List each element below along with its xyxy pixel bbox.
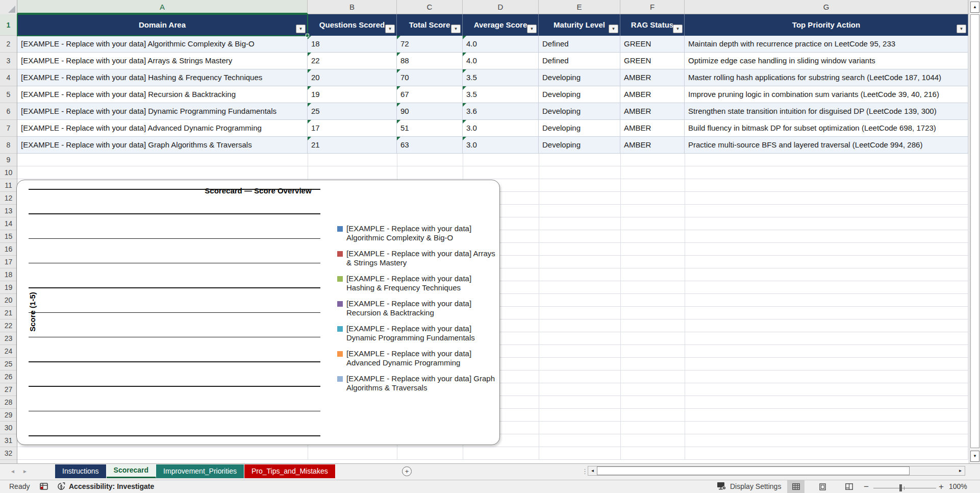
table-cell-total[interactable]: 51: [397, 120, 463, 137]
vertical-scrollbar-thumb[interactable]: [970, 14, 979, 448]
zoom-level-label[interactable]: 100%: [949, 482, 967, 490]
table-cell-average[interactable]: 3.6: [463, 103, 539, 120]
row-header-1[interactable]: 1: [0, 14, 17, 36]
table-cell-rag[interactable]: AMBER: [620, 103, 685, 120]
row-header-19[interactable]: 19: [0, 281, 17, 294]
row-header-18[interactable]: 18: [0, 268, 17, 281]
table-cell-action[interactable]: Strengthen state transition intuition fo…: [685, 103, 968, 120]
row-header-27[interactable]: 27: [0, 383, 17, 396]
table-cell-total[interactable]: 67: [397, 86, 463, 103]
chart-scorecard-overview[interactable]: Scorecard — Score Overview Score (1-5) […: [16, 180, 500, 445]
table-cell-average[interactable]: 3.5: [463, 86, 539, 103]
display-settings-button[interactable]: Display Settings: [717, 482, 781, 490]
table-header-maturity[interactable]: Maturity Level▼: [539, 14, 620, 36]
table-cell-action[interactable]: Build fluency in bitmask DP for subset o…: [685, 120, 968, 137]
table-cell-maturity[interactable]: Developing: [539, 137, 620, 154]
column-header-A[interactable]: A: [17, 0, 308, 14]
row-header-3[interactable]: 3: [0, 53, 17, 69]
accessibility-status[interactable]: Accessibility: Investigate: [57, 482, 154, 490]
table-cell-total[interactable]: 72: [397, 36, 463, 53]
table-cell-average[interactable]: 3.5: [463, 69, 539, 86]
sheet-next-icon[interactable]: ►: [22, 469, 28, 474]
table-cell-rag[interactable]: GREEN: [620, 36, 685, 53]
row-header-2[interactable]: 2: [0, 36, 17, 53]
sheet-tab-scorecard[interactable]: Scorecard: [107, 464, 156, 478]
column-header-G[interactable]: G: [685, 0, 968, 14]
table-cell-domain[interactable]: [EXAMPLE - Replace with your data] Hashi…: [17, 69, 308, 86]
table-cell-maturity[interactable]: Defined: [539, 36, 620, 53]
row-header-9[interactable]: 9: [0, 154, 17, 166]
table-cell-rag[interactable]: AMBER: [620, 86, 685, 103]
row-header-14[interactable]: 14: [0, 217, 17, 230]
table-cell-domain[interactable]: [EXAMPLE - Replace with your data] Graph…: [17, 137, 308, 154]
table-cell-action[interactable]: Optimize edge case handling in sliding w…: [685, 53, 968, 69]
table-cell-questions[interactable]: 25: [308, 103, 397, 120]
table-cell-questions[interactable]: 21: [308, 137, 397, 154]
filter-dropdown-icon[interactable]: ▼: [673, 24, 683, 33]
filter-dropdown-icon[interactable]: ▼: [609, 24, 618, 33]
row-header-28[interactable]: 28: [0, 396, 17, 409]
horizontal-scrollbar-thumb[interactable]: [597, 466, 910, 475]
sheet-tab-instructions[interactable]: Instructions: [55, 464, 107, 478]
table-cell-total[interactable]: 88: [397, 53, 463, 69]
table-cell-maturity[interactable]: Developing: [539, 103, 620, 120]
row-header-7[interactable]: 7: [0, 120, 17, 137]
filter-dropdown-icon[interactable]: ▼: [451, 24, 461, 33]
row-header-26[interactable]: 26: [0, 371, 17, 383]
table-cell-action[interactable]: Improve pruning logic in combination sum…: [685, 86, 968, 103]
table-cell-total[interactable]: 63: [397, 137, 463, 154]
filter-dropdown-icon[interactable]: ▼: [527, 24, 537, 33]
row-header-25[interactable]: 25: [0, 358, 17, 371]
zoom-in-button[interactable]: +: [939, 482, 944, 492]
table-header-domain[interactable]: Domain Area▼: [17, 14, 308, 36]
table-cell-questions[interactable]: 20: [308, 69, 397, 86]
table-cell-maturity[interactable]: Defined: [539, 53, 620, 69]
scroll-down-button[interactable]: ▼: [970, 451, 979, 462]
view-page-break-button[interactable]: [840, 480, 858, 493]
macro-record-icon[interactable]: [40, 483, 48, 491]
table-cell-maturity[interactable]: Developing: [539, 86, 620, 103]
row-header-6[interactable]: 6: [0, 103, 17, 120]
sheet-tab-pro_tips_and_mistakes[interactable]: Pro_Tips_and_Mistakes: [244, 464, 336, 478]
table-cell-maturity[interactable]: Developing: [539, 120, 620, 137]
table-cell-average[interactable]: 3.0: [463, 137, 539, 154]
table-cell-average[interactable]: 4.0: [463, 36, 539, 53]
table-cell-domain[interactable]: [EXAMPLE - Replace with your data] Dynam…: [17, 103, 308, 120]
scroll-up-button[interactable]: ▲: [970, 2, 979, 13]
sheet-prev-icon[interactable]: ◄: [10, 469, 15, 474]
row-header-4[interactable]: 4: [0, 69, 17, 86]
filter-dropdown-icon[interactable]: ▼: [385, 24, 395, 33]
table-cell-average[interactable]: 3.0: [463, 120, 539, 137]
table-header-rag[interactable]: RAG Status▼: [620, 14, 685, 36]
row-header-11[interactable]: 11: [0, 179, 17, 192]
scroll-right-button[interactable]: ►: [956, 466, 965, 475]
vertical-scrollbar[interactable]: ▲ ▼: [969, 0, 980, 463]
row-header-30[interactable]: 30: [0, 422, 17, 434]
select-all-button[interactable]: [0, 0, 17, 14]
table-cell-action[interactable]: Maintain depth with recurrence practice …: [685, 36, 968, 53]
row-header-22[interactable]: 22: [0, 319, 17, 332]
row-header-20[interactable]: 20: [0, 294, 17, 307]
row-header-29[interactable]: 29: [0, 409, 17, 422]
table-header-questions[interactable]: Questions Scored▼: [308, 14, 397, 36]
row-header-13[interactable]: 13: [0, 205, 17, 217]
column-header-C[interactable]: C: [397, 0, 463, 14]
horizontal-scrollbar[interactable]: ◄ ►: [588, 466, 965, 476]
table-cell-domain[interactable]: [EXAMPLE - Replace with your data] Algor…: [17, 36, 308, 53]
row-header-5[interactable]: 5: [0, 86, 17, 103]
table-cell-questions[interactable]: 17: [308, 120, 397, 137]
row-header-16[interactable]: 16: [0, 243, 17, 256]
column-header-E[interactable]: E: [539, 0, 620, 14]
table-cell-maturity[interactable]: Developing: [539, 69, 620, 86]
table-header-total[interactable]: Total Score▼: [397, 14, 463, 36]
zoom-out-button[interactable]: −: [864, 482, 869, 492]
table-cell-action[interactable]: Master rolling hash applications for sub…: [685, 69, 968, 86]
filter-dropdown-icon[interactable]: ▼: [296, 24, 306, 33]
table-cell-domain[interactable]: [EXAMPLE - Replace with your data] Advan…: [17, 120, 308, 137]
row-header-31[interactable]: 31: [0, 434, 17, 447]
filter-dropdown-icon[interactable]: ▼: [957, 24, 966, 33]
column-header-F[interactable]: F: [620, 0, 685, 14]
table-header-action[interactable]: Top Priority Action▼: [685, 14, 968, 36]
row-header-10[interactable]: 10: [0, 166, 17, 179]
table-cell-questions[interactable]: 22: [308, 53, 397, 69]
